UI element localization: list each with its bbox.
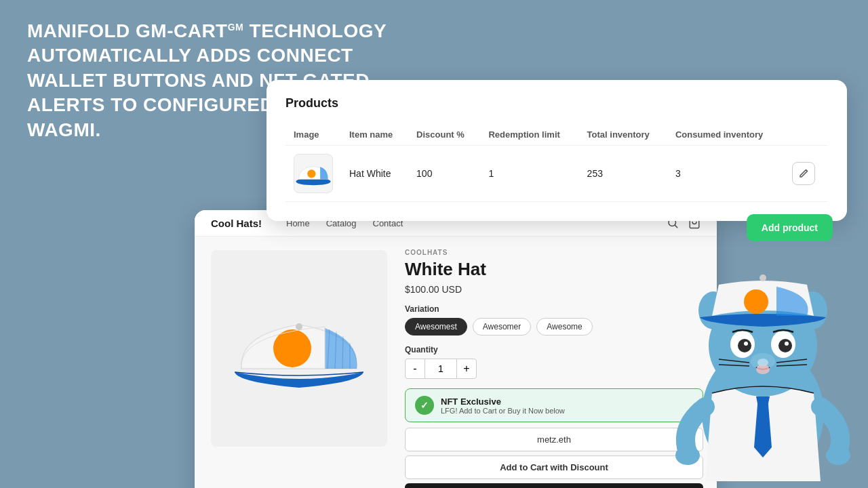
shop-image-section: [195, 237, 398, 488]
col-actions: [784, 124, 828, 146]
svg-point-19: [778, 339, 792, 352]
svg-point-20: [744, 342, 748, 346]
quantity-plus[interactable]: +: [456, 359, 477, 379]
cell-redemption: 1: [480, 146, 578, 202]
hero-line1: MANIFOLD GM-CART: [27, 20, 228, 41]
svg-point-21: [785, 342, 789, 346]
nft-subtitle: LFG! Add to Cart or Buy it Now below: [441, 407, 565, 415]
svg-point-30: [760, 274, 766, 281]
variation-awesome[interactable]: Awesome: [536, 318, 592, 336]
col-redemption: Redemption limit: [480, 124, 578, 146]
cell-discount: 100: [408, 146, 480, 202]
svg-point-32: [826, 446, 850, 465]
edit-button[interactable]: [792, 162, 815, 185]
shop-panel: Cool Hats! Home Catalog Contact: [195, 210, 717, 488]
quantity-minus[interactable]: -: [405, 359, 425, 379]
cell-item-name: Hat White: [341, 146, 408, 202]
col-item-name: Item name: [341, 124, 408, 146]
cell-image: [285, 146, 341, 202]
svg-point-10: [296, 323, 302, 330]
svg-point-9: [273, 329, 311, 367]
product-image-box: [294, 154, 333, 193]
nft-icon: ✓: [415, 396, 434, 415]
cell-consumed-inv: 3: [667, 146, 784, 202]
svg-point-1: [307, 169, 315, 178]
hat-large-image: [224, 274, 374, 423]
table-row: Hat White 100 1 253 3: [285, 146, 828, 202]
svg-point-24: [756, 365, 770, 374]
svg-point-29: [744, 289, 768, 314]
hero-sup: gm: [228, 22, 244, 33]
cell-edit[interactable]: [784, 146, 828, 202]
products-table: Image Item name Discount % Redemption li…: [285, 124, 828, 202]
quantity-value: 1: [425, 359, 456, 379]
svg-point-18: [738, 339, 751, 352]
cell-total-inv: 253: [579, 146, 667, 202]
nft-title: NFT Exclusive: [441, 396, 565, 407]
products-title: Products: [285, 96, 828, 110]
hat-image-container: [211, 250, 387, 447]
col-discount: Discount %: [408, 124, 480, 146]
col-consumed-inv: Consumed inventory: [667, 124, 784, 146]
hat-thumbnail: [295, 160, 332, 187]
svg-point-31: [675, 446, 700, 465]
shop-brand: Cool Hats!: [211, 218, 262, 229]
nft-text: NFT Exclusive LFG! Add to Cart or Buy it…: [441, 396, 565, 415]
add-product-button[interactable]: Add product: [747, 214, 833, 241]
variation-awesomer[interactable]: Awesomer: [473, 318, 531, 336]
col-total-inv: Total inventory: [579, 124, 667, 146]
col-image: Image: [285, 124, 341, 146]
shop-content: COOLHATS White Hat $100.00 USD Variation…: [195, 237, 717, 488]
variation-awesomest[interactable]: Awesomest: [405, 318, 467, 336]
pencil-icon: [798, 168, 809, 179]
